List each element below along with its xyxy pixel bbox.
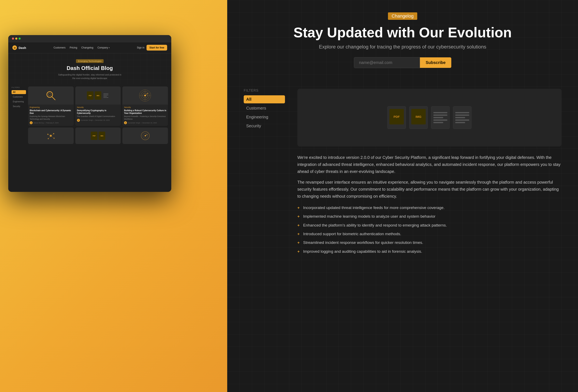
author-avatar-3: G: [124, 121, 127, 124]
blog-hero: Emerging Technologies Dash Official Blog…: [8, 53, 171, 84]
svg-point-2: [48, 93, 51, 96]
nav-actions: Sign in Start for free: [137, 45, 167, 50]
blog-card-3-body: Security Building a Robust Cybersecurity…: [122, 105, 168, 126]
bottom-card-1-image: [28, 128, 74, 144]
blog-card-3-image: [122, 87, 168, 105]
blog-layout: Filters All Customers Engineering Securi…: [8, 84, 171, 144]
close-dot[interactable]: [12, 38, 14, 40]
card-3-desc: Beyond Firewalls - Fostering a Security-…: [124, 115, 166, 120]
back-hero: Changelog Stay Updated with Our Evolutio…: [227, 0, 578, 76]
card-3-category: Security: [124, 106, 166, 108]
blog-title: Dash Official Blog: [12, 65, 167, 71]
logo-icon: ◎: [12, 45, 17, 50]
nav-company[interactable]: Company ▾: [97, 46, 109, 49]
subscribe-button[interactable]: Subscribe: [420, 57, 451, 68]
filter-security[interactable]: Security: [11, 104, 26, 108]
back-content: Filters All Customers Engineering Securi…: [227, 76, 578, 268]
magnifier-icon: [45, 90, 56, 101]
clock-icon: [140, 131, 150, 141]
img-icon: IMG: [409, 106, 428, 129]
back-panel: Changelog Stay Updated with Our Evolutio…: [227, 0, 578, 392]
card-1-dot: •: [45, 122, 45, 124]
chevron-down-icon: ▾: [109, 47, 110, 49]
browser-content: Emerging Technologies Dash Official Blog…: [8, 53, 171, 192]
site-logo[interactable]: ◎ Dash: [12, 45, 26, 50]
maximize-dot[interactable]: [19, 38, 21, 40]
bottom-mini-files: PDF IMG: [91, 132, 105, 140]
browser-chrome: [8, 35, 171, 42]
minimize-dot[interactable]: [15, 38, 17, 40]
card-3-author: Gurwinder Singh: [128, 122, 140, 124]
article-para-2: The revamped user interface ensures an i…: [297, 179, 562, 200]
filter-customers[interactable]: Customers: [11, 95, 26, 99]
svg-line-1: [52, 97, 55, 100]
network-icon: [46, 131, 55, 141]
card-2-category: Security: [77, 106, 119, 108]
signin-button[interactable]: Sign in: [137, 46, 144, 49]
mini-pdf: PDF: [87, 91, 94, 100]
bottom-card-2-image: PDF IMG: [75, 128, 121, 144]
blog-card-3: Security Building a Robust Cybersecurity…: [122, 87, 168, 126]
blog-card-1: Engineering Blockchain and Cybersecurity…: [28, 87, 74, 126]
card-2-date: December 16, 2023: [95, 119, 110, 121]
sidebar-item-all[interactable]: All: [244, 95, 285, 103]
author-avatar-2: G: [77, 119, 80, 122]
back-article: PDF IMG: [297, 89, 562, 256]
mini-img: IMG: [95, 91, 101, 100]
bullet-5: Streamlined incident response workflows …: [297, 238, 562, 247]
sidebar-item-engineering[interactable]: Engineering: [244, 113, 285, 121]
file-icons: PDF IMG: [387, 106, 472, 129]
start-free-button[interactable]: Start for free: [146, 45, 167, 50]
card-1-title: Blockchain and Cybersecurity: A Dynamic …: [30, 109, 72, 114]
card-2-meta: G Gurwinder Singh • December 16, 2023: [77, 119, 119, 122]
blog-card-1-image: [28, 87, 74, 105]
sidebar-item-customers[interactable]: Customers: [244, 104, 285, 112]
sidebar-item-security[interactable]: Security: [244, 122, 285, 130]
blog-card-1-body: Engineering Blockchain and Cybersecurity…: [28, 105, 74, 126]
sidebar-filters: All Customers Engineering Security: [11, 90, 26, 109]
card-1-desc: Exploring the Synergy Between Blockchain…: [30, 115, 72, 120]
bottom-mini-img: IMG: [99, 132, 105, 140]
svg-line-19: [48, 136, 51, 139]
email-input[interactable]: [354, 57, 420, 68]
bottom-card-3-image: [122, 128, 168, 144]
blog-grid-top: Engineering Blockchain and Cybersecurity…: [28, 87, 168, 126]
blog-card-2-body: Security Demystifying Cryptography in Cy…: [75, 105, 121, 123]
radar-icon: [139, 89, 152, 102]
filter-engineering[interactable]: Engineering: [11, 100, 26, 103]
article-para-1: We're excited to introduce version 2.0.0…: [297, 154, 562, 175]
mini-lines-1: [102, 91, 109, 100]
browser-window: ◎ Dash Customers Pricing Changelog Compa…: [8, 35, 171, 192]
blog-card-bottom-1: [28, 128, 74, 144]
card-2-author: Gurwinder Singh: [81, 119, 93, 121]
nav-pricing[interactable]: Pricing: [70, 46, 77, 49]
filters-label: Filters: [244, 89, 285, 93]
svg-line-17: [51, 134, 54, 136]
article-image-card: PDF IMG: [297, 89, 562, 147]
lines-icon-1: [431, 106, 450, 129]
svg-line-18: [51, 136, 54, 138]
subscribe-row: Subscribe: [244, 57, 562, 68]
card-1-meta: A Arlene McCoy • February 9, 2024: [30, 121, 72, 124]
card-1-author: Arlene McCoy: [33, 122, 44, 124]
feature-list: Incorporated updated threat intelligence…: [297, 203, 562, 256]
blog-subtitle: Safeguarding the digital frontier, stay …: [12, 73, 167, 80]
nav-company-label: Company: [97, 46, 108, 49]
nav-customers[interactable]: Customers: [53, 46, 65, 49]
svg-line-10: [145, 94, 147, 96]
emerging-badge: Emerging Technologies: [76, 59, 104, 63]
blog-card-bottom-2: PDF IMG: [75, 128, 121, 144]
blog-card-2-image: PDF IMG: [75, 87, 121, 105]
card-2-title: Demystifying Cryptography in Cybersecuri…: [77, 109, 119, 114]
blog-card-2: PDF IMG Security: [75, 87, 121, 126]
back-hero-subtitle: Explore our changelog for tracing the pr…: [244, 44, 562, 50]
card-2-dot: •: [94, 119, 94, 121]
nav-changelog[interactable]: Changelog: [81, 46, 93, 49]
blog-grid-bottom: PDF IMG: [28, 128, 168, 144]
site-navbar: ◎ Dash Customers Pricing Changelog Compa…: [8, 42, 171, 53]
filter-all[interactable]: All: [11, 90, 26, 94]
card-1-category: Engineering: [30, 106, 72, 108]
bottom-mini-pdf: PDF: [91, 132, 97, 140]
back-sidebar: Filters All Customers Engineering Securi…: [244, 89, 285, 256]
card-3-date: December 16, 2023: [142, 122, 157, 124]
